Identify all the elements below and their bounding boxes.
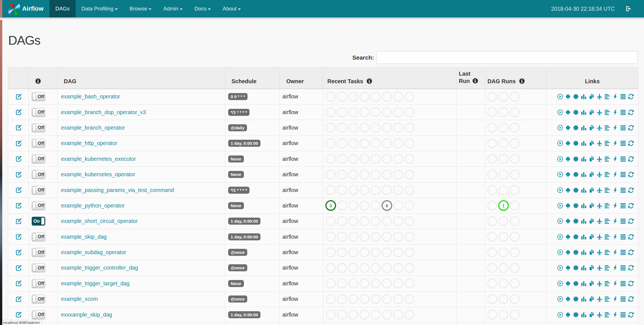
status-circle-empty[interactable] [499, 232, 508, 242]
status-circle-empty[interactable] [337, 154, 347, 164]
graph-view-icon[interactable] [573, 234, 579, 240]
status-circle-empty[interactable] [337, 123, 347, 132]
nav-item-browse[interactable]: Browse [124, 0, 157, 17]
status-circle-empty[interactable] [510, 310, 520, 319]
landing-times-icon[interactable] [597, 171, 602, 177]
status-circle-empty[interactable] [405, 310, 414, 319]
status-circle-empty[interactable] [382, 216, 392, 226]
status-circle-empty[interactable] [371, 310, 380, 319]
trigger-dag-icon[interactable] [557, 94, 563, 100]
status-circle-empty[interactable] [326, 279, 335, 288]
status-circle-empty[interactable] [382, 294, 392, 304]
landing-times-icon[interactable] [597, 218, 602, 224]
dag-link[interactable]: example_trigger_target_dag [61, 280, 130, 286]
status-circle-empty[interactable] [499, 92, 508, 101]
code-view-icon[interactable] [612, 94, 618, 100]
status-circle-empty[interactable] [326, 185, 335, 195]
landing-times-icon[interactable] [597, 265, 602, 271]
gantt-icon[interactable] [604, 218, 610, 224]
status-circle-empty[interactable] [382, 232, 392, 242]
schedule-badge[interactable]: 1 day, 0:00:00 [228, 140, 260, 147]
status-circle-empty[interactable] [371, 123, 380, 132]
status-circle-empty[interactable] [499, 216, 508, 226]
status-circle-empty[interactable] [499, 154, 508, 164]
edit-dag-icon[interactable] [15, 124, 22, 131]
logs-icon[interactable] [620, 265, 626, 271]
task-duration-icon[interactable] [581, 234, 587, 240]
status-circle-empty[interactable] [337, 310, 347, 319]
landing-times-icon[interactable] [597, 109, 602, 115]
dag-link[interactable]: example_trigger_controller_dag [61, 265, 138, 271]
tree-view-icon[interactable] [565, 265, 571, 271]
schedule-badge[interactable]: None [228, 280, 244, 287]
status-circle-empty[interactable] [382, 92, 392, 101]
status-circle-empty[interactable] [326, 170, 335, 179]
trigger-dag-icon[interactable] [557, 109, 563, 115]
landing-times-icon[interactable] [597, 203, 602, 209]
status-circle-empty[interactable] [326, 92, 335, 101]
status-circle-empty[interactable] [360, 170, 369, 179]
edit-dag-icon[interactable] [15, 202, 22, 209]
status-circle-empty[interactable] [360, 154, 369, 164]
status-circle-empty[interactable] [382, 279, 392, 288]
task-duration-icon[interactable] [581, 109, 587, 115]
status-circle-empty[interactable] [326, 139, 335, 148]
dag-toggle[interactable]: Off [32, 279, 45, 288]
logs-icon[interactable] [620, 296, 626, 302]
status-circle-empty[interactable] [360, 232, 369, 242]
edit-dag-icon[interactable] [15, 187, 22, 193]
status-circle-empty[interactable] [360, 92, 369, 101]
nav-item-dags[interactable]: DAGs [49, 0, 76, 17]
status-circle-empty[interactable] [360, 294, 369, 304]
task-tries-icon[interactable] [589, 312, 595, 318]
gantt-icon[interactable] [604, 203, 610, 209]
status-circle-empty[interactable] [382, 170, 392, 179]
task-duration-icon[interactable] [581, 312, 587, 318]
status-circle-empty[interactable] [348, 263, 358, 273]
dag-link[interactable]: example_python_operator [61, 202, 125, 209]
status-circle-empty[interactable] [393, 232, 403, 242]
status-circle-empty[interactable] [487, 123, 497, 132]
status-circle-empty[interactable] [326, 123, 335, 132]
edit-dag-icon[interactable] [15, 155, 22, 162]
task-duration-icon[interactable] [581, 187, 587, 193]
status-circle-empty[interactable] [499, 107, 508, 117]
dag-toggle[interactable]: Off [32, 295, 45, 303]
status-circle-empty[interactable] [510, 201, 520, 210]
dag-toggle[interactable]: Off [32, 233, 45, 241]
status-circle-empty[interactable] [510, 123, 520, 132]
logs-icon[interactable] [620, 156, 626, 162]
status-circle-empty[interactable] [405, 232, 414, 242]
status-circle-empty[interactable] [326, 107, 335, 117]
status-circle-empty[interactable] [360, 123, 369, 132]
status-circle-empty[interactable] [405, 139, 414, 148]
status-circle-empty[interactable] [348, 139, 358, 148]
code-view-icon[interactable] [612, 156, 618, 162]
status-circle-empty[interactable] [405, 185, 414, 195]
status-circle-empty[interactable] [510, 263, 520, 273]
status-circle-running[interactable]: 1 [498, 200, 509, 211]
status-circle-empty[interactable] [393, 294, 403, 304]
trigger-dag-icon[interactable] [557, 312, 563, 318]
refresh-icon[interactable] [628, 94, 634, 100]
status-circle-empty[interactable] [405, 92, 414, 101]
dag-link[interactable]: example_subdag_operator [61, 249, 126, 255]
code-view-icon[interactable] [612, 140, 618, 146]
logs-icon[interactable] [620, 125, 626, 131]
status-circle-empty[interactable] [348, 154, 358, 164]
status-circle-empty[interactable] [487, 107, 497, 117]
status-circle-empty[interactable] [499, 170, 508, 179]
status-circle-empty[interactable] [348, 216, 358, 226]
landing-times-icon[interactable] [597, 156, 602, 162]
code-view-icon[interactable] [612, 281, 618, 286]
search-input[interactable] [377, 51, 638, 64]
status-circle-empty[interactable] [405, 279, 414, 288]
task-duration-icon[interactable] [581, 94, 587, 100]
edit-dag-icon[interactable] [15, 311, 22, 318]
code-view-icon[interactable] [612, 296, 618, 302]
status-circle-empty[interactable] [337, 185, 347, 195]
graph-view-icon[interactable] [573, 312, 579, 318]
dag-toggle[interactable]: Off [32, 139, 45, 148]
tree-view-icon[interactable] [565, 281, 571, 286]
status-circle-empty[interactable] [405, 294, 414, 304]
